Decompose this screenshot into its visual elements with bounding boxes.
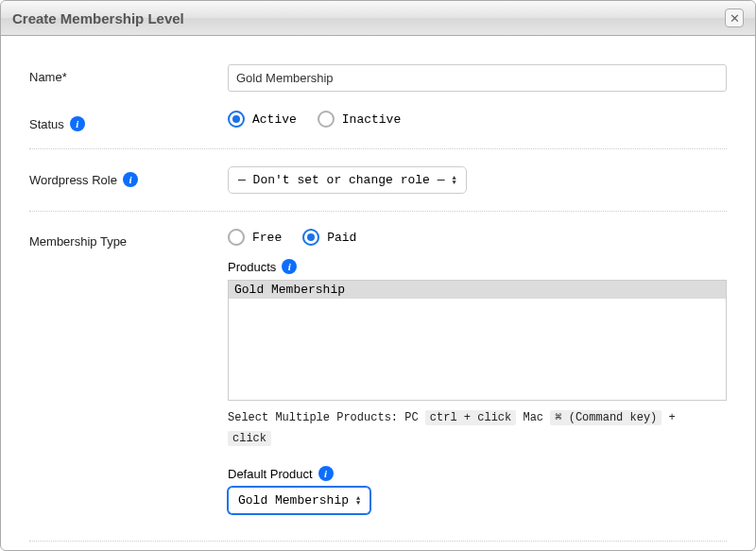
radio-icon (228, 229, 245, 246)
products-label: Products (228, 260, 276, 274)
status-radio-group: Active Inactive (228, 111, 727, 128)
status-inactive-radio[interactable]: Inactive (318, 111, 401, 128)
label-status: Status i (29, 111, 228, 131)
dialog-body: Name* Status i Active Ina (1, 36, 755, 551)
wp-role-select[interactable]: — Don't set or change role — ▲▼ (228, 166, 467, 194)
info-icon[interactable]: i (318, 466, 334, 481)
info-icon[interactable]: i (123, 172, 138, 187)
status-inactive-label: Inactive (342, 112, 401, 127)
hint-click: click (228, 431, 271, 446)
membership-paid-radio[interactable]: Paid (302, 229, 356, 246)
info-icon[interactable]: i (282, 259, 297, 274)
field-wp-role: — Don't set or change role — ▲▼ (228, 166, 727, 194)
products-label-row: Products i (228, 259, 727, 274)
label-membership-type-text: Membership Type (29, 234, 127, 249)
close-icon: ✕ (730, 12, 740, 25)
divider (29, 211, 727, 212)
default-product-select[interactable]: Gold Membership ▲▼ (228, 487, 370, 514)
name-input[interactable] (228, 64, 727, 92)
radio-icon (302, 229, 319, 246)
default-product-select-value: Gold Membership (238, 493, 349, 508)
label-wp-role: Wordpress Role i (29, 166, 228, 187)
label-name: Name* (29, 64, 228, 84)
dialog: Create Membership Level ✕ Name* Status i (0, 0, 756, 551)
label-status-text: Status (29, 117, 64, 131)
info-icon[interactable]: i (70, 116, 85, 131)
chevron-updown-icon: ▲▼ (356, 496, 360, 506)
label-name-text: Name* (29, 70, 67, 84)
field-membership-type: Free Paid Products i Gold Membership Sel… (228, 229, 727, 514)
dialog-title: Create Membership Level (12, 10, 184, 26)
default-product-label: Default Product (228, 467, 313, 481)
hint-pc-keys: ctrl + click (425, 410, 516, 425)
hint-plus: + (669, 411, 676, 424)
membership-paid-label: Paid (327, 231, 356, 245)
row-status: Status i Active Inactive (29, 101, 727, 141)
wp-role-select-value: — Don't set or change role — (238, 173, 444, 187)
close-button[interactable]: ✕ (725, 9, 744, 27)
radio-icon (228, 111, 245, 128)
dialog-titlebar[interactable]: Create Membership Level ✕ (1, 1, 755, 36)
multiselect-hint: Select Multiple Products: PC ctrl + clic… (228, 408, 727, 449)
radio-icon (318, 111, 335, 128)
row-wp-role: Wordpress Role i — Don't set or change r… (29, 157, 727, 203)
field-name (228, 64, 727, 92)
divider (29, 541, 727, 542)
row-membership-type: Membership Type Free Paid Products i (29, 219, 727, 524)
membership-free-radio[interactable]: Free (228, 229, 282, 246)
default-product-label-row: Default Product i (228, 466, 727, 481)
status-active-radio[interactable]: Active (228, 111, 297, 128)
products-multiselect[interactable]: Gold Membership (228, 280, 727, 401)
membership-type-radio-group: Free Paid (228, 229, 727, 246)
label-membership-type: Membership Type (29, 229, 228, 249)
status-active-label: Active (252, 112, 297, 127)
products-option[interactable]: Gold Membership (229, 281, 726, 299)
chevron-updown-icon: ▲▼ (452, 176, 455, 185)
membership-free-label: Free (252, 231, 282, 245)
row-name: Name* (29, 55, 727, 101)
hint-prefix: Select Multiple Products: PC (228, 411, 419, 424)
hint-mac-keys: ⌘ (Command key) (550, 410, 662, 425)
label-wp-role-text: Wordpress Role (29, 173, 117, 187)
field-status: Active Inactive (228, 111, 727, 128)
divider (29, 148, 727, 149)
hint-mac-label: Mac (523, 411, 543, 424)
